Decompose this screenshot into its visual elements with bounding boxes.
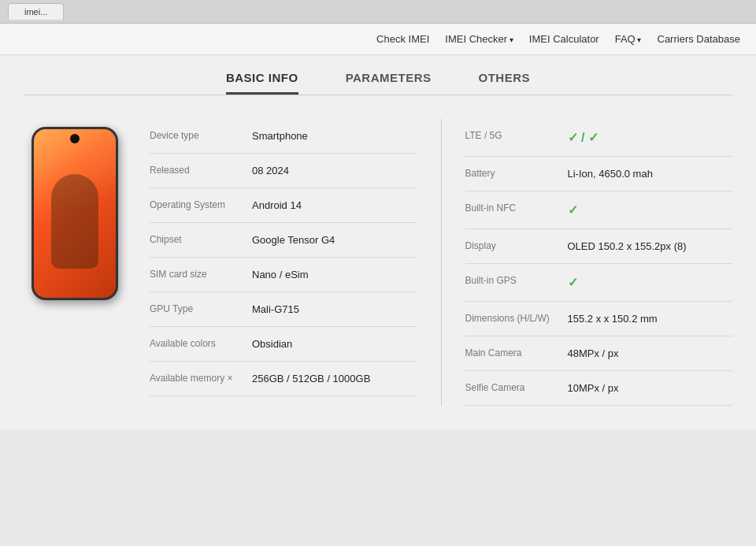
spec-row-left-1: Released08 2024	[150, 154, 417, 188]
nav-link-imei-calculator[interactable]: IMEI Calculator	[529, 33, 599, 45]
nav-bar: Check IMEIIMEI CheckerIMEI CalculatorFAQ…	[0, 24, 756, 55]
spec-row-right-5: Dimensions (H/L/W)155.2 x x 150.2 mm	[465, 302, 733, 336]
spec-label: Built-in NFC	[465, 202, 560, 214]
nav-link-check-imei[interactable]: Check IMEI	[376, 33, 429, 45]
spec-label: Operating System	[150, 199, 244, 210]
browser-tab[interactable]: imei...	[8, 3, 64, 20]
spec-value: 10MPx / px	[568, 382, 619, 394]
phone-person	[51, 174, 98, 269]
phone-image-container	[24, 119, 126, 406]
spec-label: Battery	[465, 168, 560, 179]
spec-row-left-4: SIM card sizeNano / eSim	[150, 258, 417, 292]
spec-row-right-4: Built-in GPS✓	[465, 264, 733, 302]
spec-value: 08 2024	[252, 165, 289, 176]
spec-value: ✓ / ✓	[568, 130, 598, 145]
spec-label: Built-in GPS	[465, 275, 560, 286]
spec-row-right-0: LTE / 5G✓ / ✓	[465, 119, 733, 157]
spec-value: Google Tensor G4	[252, 234, 335, 246]
spec-row-left-5: GPU TypeMali-G715	[150, 292, 417, 327]
tab-others[interactable]: OTHERS	[479, 71, 531, 95]
spec-label: SIM card size	[150, 269, 244, 280]
spec-label: Display	[465, 240, 560, 251]
spec-row-left-7: Available memory ×256GB / 512GB / 1000GB	[150, 362, 417, 396]
spec-label: Device type	[150, 130, 244, 141]
spec-label: Released	[150, 165, 244, 176]
spec-row-left-3: ChipsetGoogle Tensor G4	[150, 223, 417, 258]
tab-parameters[interactable]: PARAMETERS	[346, 71, 432, 95]
spec-value: Android 14	[252, 199, 302, 211]
spec-value: 256GB / 512GB / 1000GB	[252, 373, 370, 384]
spec-label: Chipset	[150, 234, 244, 245]
specs-column-left: Device typeSmartphoneReleased08 2024Oper…	[150, 119, 417, 406]
spec-label: Available colors	[150, 338, 244, 349]
tabs-row: BASIC INFOPARAMETERSOTHERS	[24, 71, 732, 95]
spec-label: Selfie Camera	[465, 382, 560, 393]
spec-value: Li-Ion, 4650.0 mah	[568, 168, 653, 180]
phone-notch	[70, 134, 80, 143]
spec-value: OLED 150.2 x 155.2px (8)	[568, 240, 687, 252]
phone-mockup	[32, 127, 118, 300]
spec-row-right-1: BatteryLi-Ion, 4650.0 mah	[465, 157, 733, 191]
nav-link-carriers-database[interactable]: Carriers Database	[658, 33, 741, 45]
nav-link-faq[interactable]: FAQ	[615, 33, 642, 45]
spec-value: 48MPx / px	[568, 347, 619, 359]
spec-label: GPU Type	[150, 303, 244, 314]
nav-link-imei-checker[interactable]: IMEI Checker	[445, 33, 513, 45]
spec-row-left-2: Operating SystemAndroid 14	[150, 188, 417, 223]
spec-label: Dimensions (H/L/W)	[465, 313, 560, 324]
column-separator	[441, 119, 442, 406]
spec-row-right-7: Selfie Camera10MPx / px	[465, 371, 733, 406]
tab-basic-info[interactable]: BASIC INFO	[226, 71, 298, 95]
specs-column-right: LTE / 5G✓ / ✓BatteryLi-Ion, 4650.0 mahBu…	[465, 119, 733, 406]
content-area: Device typeSmartphoneReleased08 2024Oper…	[24, 119, 732, 406]
spec-label: Available memory ×	[150, 373, 244, 384]
spec-value: Obsidian	[252, 338, 292, 350]
spec-row-left-6: Available colorsObsidian	[150, 327, 417, 362]
spec-value: ✓	[568, 202, 578, 217]
spec-value: Smartphone	[252, 130, 308, 142]
spec-value: 155.2 x x 150.2 mm	[568, 313, 658, 325]
browser-chrome: imei...	[0, 0, 756, 24]
spec-row-right-6: Main Camera48MPx / px	[465, 336, 733, 371]
spec-label: Main Camera	[465, 347, 560, 358]
spec-value: ✓	[568, 275, 578, 290]
phone-screen	[34, 129, 116, 298]
spec-row-right-3: DisplayOLED 150.2 x 155.2px (8)	[465, 229, 733, 264]
spec-value: Nano / eSim	[252, 269, 309, 280]
spec-label: LTE / 5G	[465, 130, 560, 141]
spec-value: Mali-G715	[252, 303, 299, 315]
specs-area: Device typeSmartphoneReleased08 2024Oper…	[150, 119, 732, 406]
spec-row-left-0: Device typeSmartphone	[150, 119, 417, 154]
main-content: BASIC INFOPARAMETERSOTHERS Device typeSm…	[0, 55, 756, 429]
spec-row-right-2: Built-in NFC✓	[465, 191, 733, 229]
